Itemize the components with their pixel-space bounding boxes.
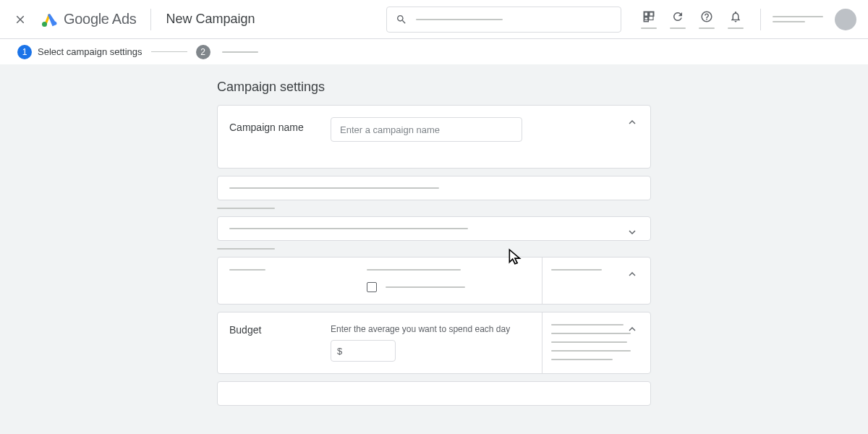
budget-card: Budget Enter the average you want to spe… [217, 312, 651, 374]
divider [150, 9, 151, 30]
budget-label: Budget [229, 324, 331, 362]
step-connector [151, 51, 187, 52]
step-1[interactable]: 1 Select campaign settings [17, 45, 142, 59]
step-number: 2 [196, 45, 210, 59]
option-checkbox[interactable] [367, 282, 377, 292]
main-content: Campaign settings Campaign name [0, 65, 868, 420]
chevron-down-icon [626, 226, 639, 239]
brand-text: Google Ads [64, 11, 136, 27]
logo: Google Ads [41, 11, 136, 28]
page-title: New Campaign [166, 12, 255, 27]
divider [760, 9, 761, 30]
budget-input[interactable]: $ [331, 340, 396, 362]
header-tools [636, 7, 856, 32]
campaign-name-label: Campaign name [229, 117, 331, 133]
budget-helper-text: Enter the average you want to spend each… [331, 324, 510, 334]
account-info [773, 16, 823, 22]
refresh-icon [671, 10, 684, 23]
section-title: Campaign settings [217, 80, 651, 95]
reports-button[interactable] [636, 7, 662, 32]
chevron-up-icon [626, 323, 639, 336]
svg-point-0 [42, 22, 47, 27]
chevron-up-icon [626, 268, 639, 281]
google-ads-logo-icon [41, 11, 58, 28]
refresh-button[interactable] [665, 7, 691, 32]
step-2[interactable]: 2 [196, 45, 258, 59]
bell-icon [729, 10, 742, 23]
step-label: Select campaign settings [38, 46, 142, 57]
search-icon [396, 14, 407, 25]
step-label-placeholder [222, 51, 258, 53]
settings-card-collapsed-2[interactable] [217, 216, 651, 241]
chevron-up-icon [626, 116, 639, 129]
reports-icon [642, 10, 655, 23]
campaign-name-input[interactable] [331, 117, 522, 142]
currency-symbol: $ [337, 346, 342, 357]
close-button[interactable] [12, 11, 29, 28]
collapse-toggle[interactable] [626, 116, 639, 132]
close-icon [14, 13, 27, 26]
settings-card-partial[interactable] [217, 381, 651, 406]
subsection-label [217, 208, 275, 209]
checkbox-label [386, 286, 465, 288]
campaign-stepper: 1 Select campaign settings 2 [0, 39, 868, 65]
collapse-toggle[interactable] [626, 268, 639, 284]
search-input[interactable] [386, 7, 621, 33]
collapse-toggle[interactable] [626, 323, 639, 339]
search-placeholder [416, 19, 503, 20]
campaign-name-card: Campaign name [217, 105, 651, 169]
help-button[interactable] [694, 7, 720, 32]
notifications-button[interactable] [723, 7, 749, 32]
settings-card-expanded [217, 257, 651, 305]
settings-card-collapsed-1[interactable] [217, 176, 651, 200]
avatar[interactable] [835, 9, 856, 30]
help-icon [700, 10, 713, 23]
subsection-label [217, 248, 275, 250]
app-header: Google Ads New Campaign [0, 0, 868, 39]
step-number: 1 [17, 45, 32, 59]
